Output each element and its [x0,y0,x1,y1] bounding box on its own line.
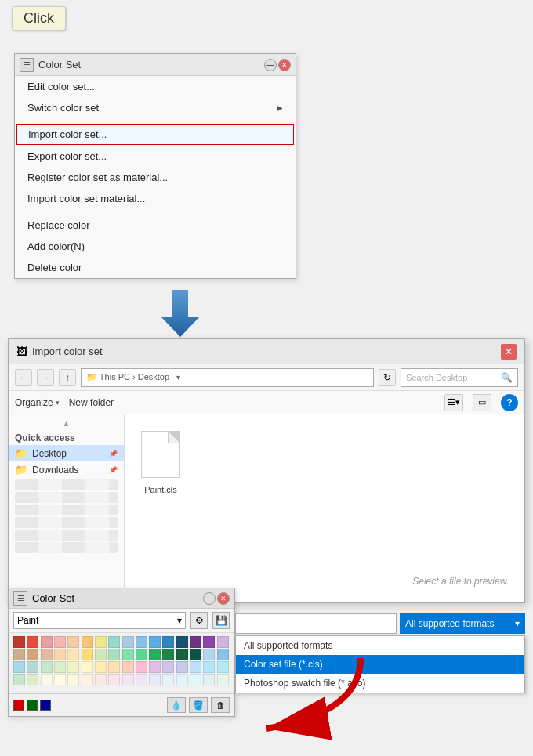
color-cell[interactable] [95,661,107,673]
color-cell[interactable] [67,661,79,673]
color-cell[interactable] [162,661,174,673]
color-cell[interactable] [54,649,66,660]
color-cell[interactable] [190,636,201,648]
menu-item-import-material[interactable]: Import color set material... [15,188,296,209]
format-select-button[interactable]: All supported formats ▾ [400,613,525,634]
search-bar[interactable]: Search Desktop 🔍 [401,368,518,387]
color-cell[interactable] [54,674,66,685]
color-cell[interactable] [149,649,161,660]
color-cell[interactable] [176,636,188,648]
menu-item-export-color-set[interactable]: Export color set... [15,146,296,167]
menu-item-edit-color-set[interactable]: Edit color set... [15,76,296,97]
bottom-minimize-button[interactable]: — [203,592,216,605]
color-cell[interactable] [108,636,120,648]
color-cell[interactable] [162,636,174,648]
color-cell[interactable] [13,636,25,648]
color-cell[interactable] [176,649,188,660]
paint-save-button[interactable]: 💾 [212,612,230,629]
menu-item-delete-color[interactable]: Delete color [15,257,296,278]
color-cell[interactable] [82,674,93,685]
sidebar-item-desktop[interactable]: 📁 Desktop 📌 [9,445,124,461]
color-cell[interactable] [67,636,79,648]
color-cell[interactable] [203,636,215,648]
color-cell[interactable] [190,674,201,685]
color-cell[interactable] [82,649,93,660]
color-cell[interactable] [122,649,134,660]
minimize-button[interactable]: — [264,59,277,71]
color-cell[interactable] [67,649,79,660]
color-cell[interactable] [13,649,25,660]
eyedropper-button[interactable]: 💧 [167,697,186,713]
color-cell[interactable] [136,649,147,660]
color-cell[interactable] [176,661,188,673]
color-cell[interactable] [13,674,25,685]
organize-button[interactable]: Organize ▾ [15,397,60,408]
color-cell[interactable] [82,636,93,648]
color-cell[interactable] [136,636,147,648]
dialog-close-button[interactable]: ✕ [501,344,517,360]
bottom-panel-menu-icon[interactable]: ☰ [13,591,27,606]
color-cell[interactable] [27,661,38,673]
forward-button[interactable]: → [37,369,54,386]
color-cell[interactable] [122,661,134,673]
refresh-button[interactable]: ↻ [379,369,396,386]
fill-button[interactable]: 🪣 [189,697,208,713]
back-button[interactable]: ← [15,369,32,386]
paint-dropdown[interactable]: Paint ▾ [13,612,186,629]
color-cell[interactable] [54,661,66,673]
menu-item-switch-color-set[interactable]: Switch color set ▶ [15,97,296,118]
color-cell[interactable] [136,661,147,673]
color-cell[interactable] [149,674,161,685]
filename-input[interactable] [235,613,397,634]
color-cell[interactable] [149,636,161,648]
color-cell[interactable] [149,661,161,673]
preview-pane-button[interactable]: ▭ [473,394,491,411]
color-cell[interactable] [41,636,53,648]
color-cell[interactable] [162,649,174,660]
close-button[interactable]: ✕ [278,59,291,71]
up-button[interactable]: ↑ [59,369,76,386]
color-cell[interactable] [162,674,174,685]
color-cell[interactable] [82,661,93,673]
bottom-close-button[interactable]: ✕ [217,592,230,605]
help-button[interactable]: ? [501,394,518,411]
address-bar[interactable]: 📁 This PC › Desktop ▾ [81,368,374,387]
new-folder-button[interactable]: New folder [69,397,114,408]
color-cell[interactable] [217,636,229,648]
color-cell[interactable] [203,661,215,673]
color-cell[interactable] [95,674,107,685]
color-cell[interactable] [190,649,201,660]
color-cell[interactable] [27,649,38,660]
color-cell[interactable] [27,636,38,648]
color-cell[interactable] [27,674,38,685]
color-cell[interactable] [176,674,188,685]
color-cell[interactable] [108,674,120,685]
menu-item-add-color[interactable]: Add color(N) [15,236,296,257]
view-mode-button[interactable]: ☰▾ [444,394,463,411]
color-cell[interactable] [67,674,79,685]
color-cell[interactable] [41,649,53,660]
color-cell[interactable] [41,661,53,673]
color-cell[interactable] [41,674,53,685]
color-cell[interactable] [108,649,120,660]
color-cell[interactable] [122,636,134,648]
sidebar-item-downloads[interactable]: 📁 Downloads 📌 [9,461,124,478]
color-cell[interactable] [136,674,147,685]
color-cell[interactable] [13,661,25,673]
file-item-paint-cls[interactable]: Paint.cls [137,427,184,494]
color-cell[interactable] [95,636,107,648]
color-cell[interactable] [95,649,107,660]
color-cell[interactable] [190,661,201,673]
panel-menu-icon[interactable]: ☰ [20,58,34,72]
menu-item-import-color-set[interactable]: Import color set... [16,124,294,145]
paint-settings-button[interactable]: ⚙ [190,612,208,629]
address-path: 📁 This PC › Desktop [86,372,169,382]
menu-item-register-color-set[interactable]: Register color set as material... [15,167,296,188]
color-cell[interactable] [122,674,134,685]
color-cell[interactable] [203,674,215,685]
menu-item-replace-color[interactable]: Replace color [15,215,296,236]
color-cell[interactable] [54,636,66,648]
color-cell[interactable] [108,661,120,673]
address-dropdown-arrow[interactable]: ▾ [172,373,183,382]
color-cell[interactable] [203,649,215,660]
